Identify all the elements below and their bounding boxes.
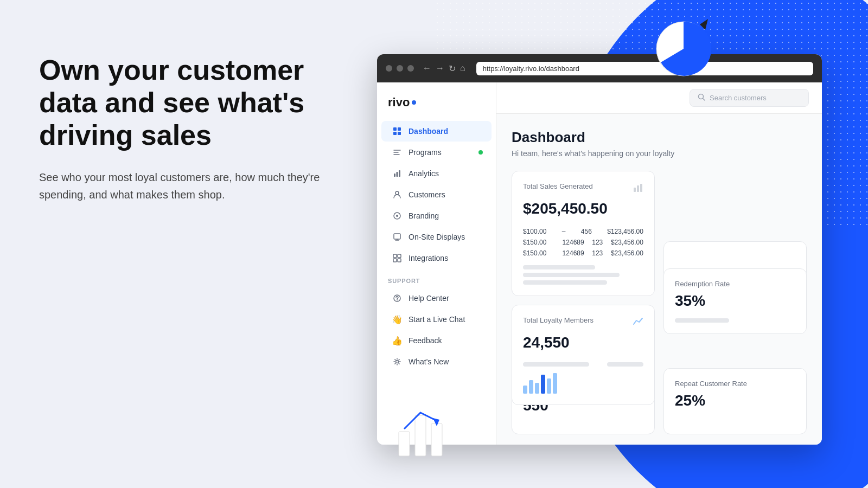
sidebar-item-feedback[interactable]: 👍 Feedback xyxy=(381,330,492,351)
sidebar-item-label: Start a Live Chat xyxy=(409,315,465,324)
cell: $150.00 xyxy=(523,249,546,257)
sidebar-item-customers[interactable]: Customers xyxy=(381,184,492,205)
svg-rect-7 xyxy=(393,127,397,131)
svg-point-16 xyxy=(396,215,398,217)
svg-rect-20 xyxy=(393,259,397,262)
sidebar-item-livechat[interactable]: 👋 Start a Live Chat xyxy=(381,309,492,330)
sidebar-item-label: Programs xyxy=(409,148,442,157)
refresh-button[interactable]: ↻ xyxy=(449,63,456,74)
sidebar-item-analytics[interactable]: Analytics xyxy=(381,163,492,184)
branding-icon xyxy=(392,211,402,221)
logo-dot xyxy=(412,100,416,105)
svg-rect-28 xyxy=(640,184,642,192)
browser-dot-3 xyxy=(407,65,414,72)
stat-card-header: Redemption Rate xyxy=(675,280,795,288)
sidebar-item-label: Feedback xyxy=(409,336,442,345)
back-button[interactable]: ← xyxy=(423,63,431,74)
sidebar-item-onsite[interactable]: On-Site Displays xyxy=(381,227,492,247)
browser-dots xyxy=(386,65,414,72)
programs-active-dot xyxy=(478,150,483,155)
sidebar-item-label: Branding xyxy=(409,211,439,220)
search-input-wrap[interactable]: Search customers xyxy=(690,89,809,107)
sidebar: rivo Dashboard xyxy=(377,82,496,445)
livechat-icon: 👋 xyxy=(392,314,402,324)
sidebar-item-label: Customers xyxy=(409,190,445,199)
cell: 124689 xyxy=(563,239,584,246)
main-content: Search customers Dashboard Hi team, here… xyxy=(496,82,822,445)
analytics-icon xyxy=(392,169,402,178)
sidebar-item-label: What's New xyxy=(409,357,449,366)
hero-title: Own your customer data and see what's dr… xyxy=(39,54,343,151)
cell: $150.00 xyxy=(523,239,546,246)
sidebar-logo: rivo xyxy=(377,91,496,120)
loyalty-value-repeat: 25% xyxy=(675,392,795,409)
svg-rect-21 xyxy=(398,259,401,262)
svg-rect-8 xyxy=(398,127,401,131)
cell: $100.00 xyxy=(523,228,546,235)
programs-icon xyxy=(392,147,402,157)
sidebar-item-dashboard[interactable]: Dashboard xyxy=(381,121,492,142)
svg-rect-9 xyxy=(393,132,397,135)
dashboard-subtitle: Hi team, here's what's happening on your… xyxy=(512,149,807,158)
browser-nav: ← → ↻ ⌂ xyxy=(423,63,465,74)
home-button[interactable]: ⌂ xyxy=(460,63,465,74)
app-layout: rivo Dashboard xyxy=(377,82,822,445)
logo-text: rivo xyxy=(388,95,410,110)
stat-card-redemption: Redemption Rate 35% xyxy=(663,268,807,334)
svg-rect-17 xyxy=(394,234,400,239)
browser-dot-1 xyxy=(386,65,392,72)
svg-rect-19 xyxy=(398,254,401,258)
sidebar-item-label: Analytics xyxy=(409,169,439,178)
chart-bars-icon xyxy=(633,182,643,196)
svg-rect-13 xyxy=(399,170,400,177)
support-nav: Help Center 👋 Start a Live Chat 👍 Feedba… xyxy=(377,288,496,372)
sidebar-item-programs[interactable]: Programs xyxy=(381,142,492,163)
stat-card-header: Total Sales Generated xyxy=(523,182,643,196)
cell: 123 xyxy=(592,249,603,257)
cell: $123,456.00 xyxy=(607,228,643,235)
stat-value-sales: $205,450.50 xyxy=(523,200,643,217)
skeleton-bar xyxy=(523,273,620,277)
support-section-label: SUPPORT xyxy=(377,269,496,287)
skeleton-bar xyxy=(675,318,729,323)
stat-label-sales: Total Sales Generated xyxy=(523,182,593,190)
stat-card-header: Repeat Customer Rate xyxy=(675,380,795,388)
integrations-icon xyxy=(392,253,402,263)
dashboard-content: Dashboard Hi team, here's what's happeni… xyxy=(496,114,822,445)
browser-dot-2 xyxy=(397,65,403,72)
main-nav: Dashboard Programs xyxy=(377,121,496,268)
sidebar-item-label: Integrations xyxy=(409,254,448,262)
sidebar-item-help[interactable]: Help Center xyxy=(381,288,492,309)
search-bar: Search customers xyxy=(496,82,822,114)
svg-rect-26 xyxy=(634,188,636,192)
svg-rect-3 xyxy=(399,432,410,456)
stat-label-members: Total Loyalty Members xyxy=(523,316,593,324)
customers-icon xyxy=(392,190,402,200)
table-row: $100.00 – 456 $123,456.00 xyxy=(523,226,643,237)
table-row: $150.00 124689 123 $23,456.00 xyxy=(523,248,643,259)
sidebar-item-label: Dashboard xyxy=(409,127,448,136)
search-icon xyxy=(698,93,705,102)
svg-rect-5 xyxy=(431,423,442,456)
stat-card-sales: Total Sales Generated $205,450.50 xyxy=(512,171,655,296)
sidebar-item-integrations[interactable]: Integrations xyxy=(381,248,492,268)
pie-chart-decoration xyxy=(651,16,716,84)
cell: 123 xyxy=(592,239,603,246)
sidebar-item-label: On-Site Displays xyxy=(409,233,465,241)
svg-point-24 xyxy=(396,361,399,363)
forward-button[interactable]: → xyxy=(436,63,444,74)
dashboard-icon xyxy=(392,126,402,136)
cell: $23,456.00 xyxy=(611,239,643,246)
browser-window: ← → ↻ ⌂ https://loyalty.rivo.io/dashboar… xyxy=(377,54,822,445)
svg-point-14 xyxy=(395,191,399,195)
mini-table-sales: $100.00 – 456 $123,456.00 $150.00 124689… xyxy=(523,226,643,259)
address-bar[interactable]: https://loyalty.rivo.io/dashboard xyxy=(476,62,813,75)
hero-subtitle: See who your most loyal customers are, h… xyxy=(39,169,343,203)
sidebar-item-whatsnew[interactable]: What's New xyxy=(381,351,492,372)
search-placeholder: Search customers xyxy=(710,94,767,102)
stat-value-redemption: 35% xyxy=(675,292,795,310)
feedback-icon: 👍 xyxy=(392,336,402,345)
loyalty-card-repeat: Repeat Customer Rate 25% xyxy=(663,368,807,434)
sidebar-item-branding[interactable]: Branding xyxy=(381,206,492,226)
cell: – xyxy=(562,228,566,235)
